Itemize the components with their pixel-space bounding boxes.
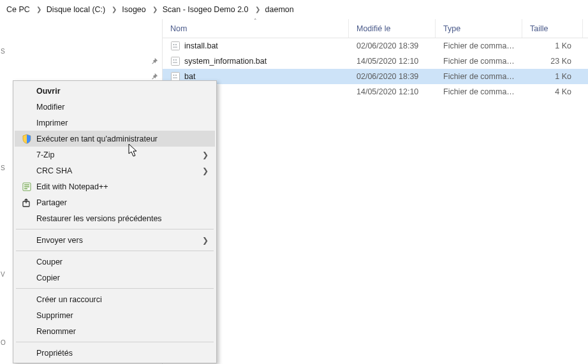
breadcrumb-item[interactable]: Isogeo [119,5,149,14]
file-name-cell: install.bat [163,41,349,51]
pin-icon [151,73,158,80]
shield-icon [20,134,34,144]
svg-rect-6 [172,73,180,81]
file-name: bat [184,72,195,81]
menu-item-label: Supprimer [36,311,209,320]
menu-item-label: Modifier [36,103,209,112]
strip-char: O [1,339,6,346]
menu-item-label: Edit with Notepad++ [36,182,209,191]
menu-item-label: Restaurer les versions précédentes [36,214,209,223]
file-type: Fichier de comma… [436,41,522,50]
file-row[interactable]: install.bat02/06/2020 18:39Fichier de co… [163,38,588,54]
share-icon [20,198,34,208]
submenu-arrow-icon: ❯ [202,150,209,159]
file-modified: 14/05/2020 12:10 [349,57,436,66]
chevron-right-icon: ❯ [251,6,263,13]
menu-item-label: Copier [36,273,209,282]
strip-char: S [1,48,5,55]
menu-item[interactable]: Créer un raccourci [15,291,215,307]
menu-item-label: Partager [36,198,209,207]
menu-item[interactable]: Partager [15,194,215,210]
menu-item-label: Imprimer [36,119,209,127]
svg-point-8 [175,75,177,76]
pin-icon [151,57,158,65]
submenu-arrow-icon: ❯ [202,236,209,245]
file-row[interactable]: system_information.bat14/05/2020 12:10Fi… [163,54,588,69]
menu-item[interactable]: Exécuter en tant qu'administrateur [15,131,215,147]
file-type: Fichier de comma… [436,87,522,96]
menu-item[interactable]: 7-Zip❯ [15,147,215,163]
chevron-right-icon: ❯ [33,6,44,13]
notepadpp-icon [20,182,34,192]
chevron-right-icon: ❯ [149,6,160,13]
file-size: 4 Ko [522,87,583,96]
file-size: 1 Ko [522,41,583,50]
file-modified: 02/06/2020 18:39 [349,72,436,81]
file-modified: 14/05/2020 12:10 [349,87,436,96]
menu-item-label: Envoyer vers [36,236,202,245]
svg-rect-3 [172,57,180,66]
column-header-name[interactable]: Nom ˄ [163,19,349,38]
svg-point-4 [173,59,175,61]
bat-file-icon [170,56,180,66]
strip-char: V [1,271,5,278]
menu-item-label: Exécuter en tant qu'administrateur [36,135,209,143]
column-label: Modifié le [356,24,391,33]
column-label: Type [443,24,460,33]
menu-item[interactable]: CRC SHA❯ [15,163,215,178]
context-menu: OuvrirModifierImprimerExécuter en tant q… [13,80,217,363]
menu-separator [16,288,214,289]
file-name: install.bat [184,41,218,50]
menu-item-label: Ouvrir [36,87,209,96]
breadcrumb-item[interactable]: Scan - Isogeo Demo 2.0 [160,5,251,14]
breadcrumb-item[interactable]: Ce PC [4,5,33,14]
column-header-type[interactable]: Type [436,19,522,38]
menu-item[interactable]: Restaurer les versions précédentes [15,210,215,226]
column-header-modified[interactable]: Modifié le [349,19,436,38]
menu-item[interactable]: Modifier [15,99,215,115]
menu-item[interactable]: Couper [15,254,215,270]
menu-item[interactable]: Supprimer [15,307,215,323]
menu-item[interactable]: Renommer [15,323,215,339]
address-bar: Ce PC ❯ Disque local (C:) ❯ Isogeo ❯ Sca… [0,0,588,19]
menu-item-label: CRC SHA [36,166,202,175]
column-headers: Nom ˄ Modifié le Type Taille [163,19,588,38]
menu-item-label: Renommer [36,327,209,336]
menu-item[interactable]: Imprimer [15,115,215,131]
file-name-cell: system_information.bat [163,56,349,66]
file-list-pane: Nom ˄ Modifié le Type Taille install.bat… [162,19,588,364]
menu-separator [16,251,214,251]
menu-item[interactable]: Propriétés [15,345,215,361]
column-label: Nom [170,24,187,33]
menu-separator [16,342,214,342]
menu-item[interactable]: Envoyer vers❯ [15,232,215,248]
menu-item-label: Propriétés [36,349,209,358]
svg-rect-0 [172,42,180,50]
file-list[interactable]: install.bat02/06/2020 18:39Fichier de co… [163,38,588,99]
submenu-arrow-icon: ❯ [202,166,209,175]
bat-file-icon [170,41,180,51]
chevron-right-icon: ❯ [108,6,119,13]
file-row[interactable]: bat02/06/2020 18:39Fichier de comma…1 Ko [163,69,588,84]
menu-item[interactable]: Copier [15,270,215,286]
svg-point-7 [173,75,175,76]
sort-asc-icon: ˄ [254,18,257,24]
file-name: system_information.bat [184,57,267,66]
file-size: 1 Ko [522,72,583,81]
menu-item-label: Créer un raccourci [36,295,209,304]
svg-point-2 [175,44,177,45]
file-size: 23 Ko [522,57,583,66]
column-header-size[interactable]: Taille [522,19,583,38]
file-row[interactable]: at14/05/2020 12:10Fichier de comma…4 Ko [163,84,588,99]
breadcrumb-item[interactable]: daemon [263,5,297,14]
file-type: Fichier de comma… [436,57,522,66]
file-modified: 02/06/2020 18:39 [349,41,436,50]
menu-item-label: Couper [36,258,209,266]
strip-char: S [1,164,5,171]
menu-item[interactable]: Edit with Notepad++ [15,178,215,194]
menu-item[interactable]: Ouvrir [15,83,215,99]
breadcrumb-item[interactable]: Disque local (C:) [44,5,108,14]
svg-point-1 [173,44,175,45]
svg-point-5 [175,59,177,61]
file-type: Fichier de comma… [436,72,522,81]
